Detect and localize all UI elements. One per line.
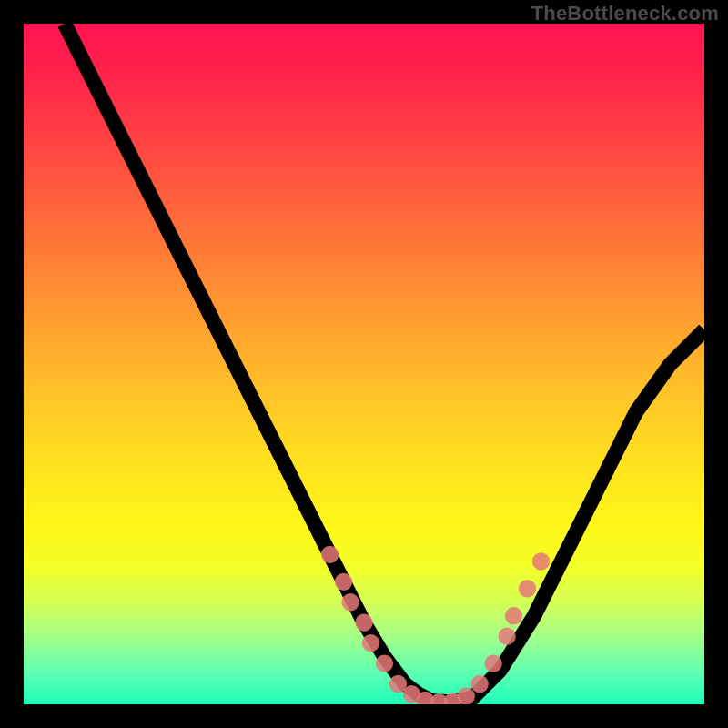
marker-dot [519, 580, 536, 597]
marker-dot [532, 552, 550, 570]
marker-dot [505, 607, 522, 624]
marker-dot [376, 654, 393, 672]
watermark-text: TheBottleneck.com [531, 2, 719, 25]
marker-dot [341, 593, 359, 611]
marker-dot [498, 627, 515, 644]
marker-group [321, 546, 550, 704]
marker-dot [484, 654, 501, 672]
marker-dot [355, 614, 372, 632]
marker-dot [321, 546, 339, 563]
bottleneck-curve [65, 24, 704, 703]
chart-frame: TheBottleneck.com [0, 0, 728, 728]
marker-dot [457, 687, 474, 704]
marker-dot [362, 634, 379, 652]
curve-svg [24, 24, 704, 704]
marker-dot [335, 573, 352, 591]
plot-area [24, 24, 704, 704]
marker-dot [470, 675, 488, 693]
